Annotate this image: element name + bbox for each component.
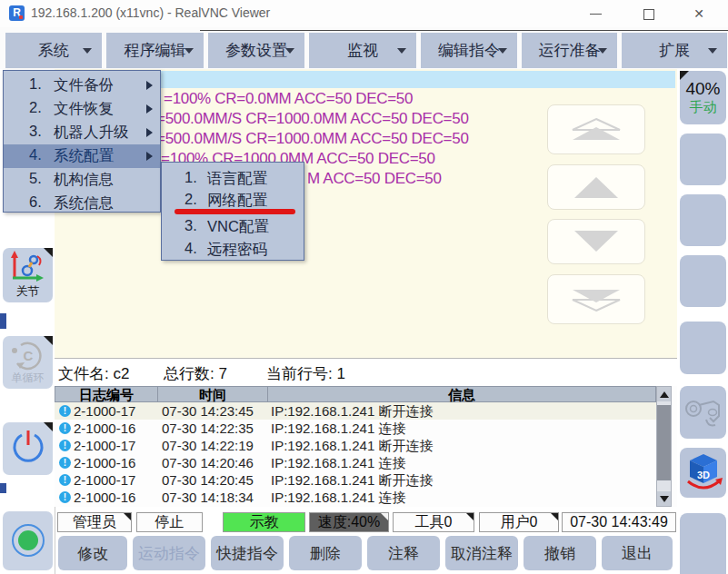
submenu-arrow-icon bbox=[146, 128, 153, 137]
corner-marker-icon bbox=[551, 513, 558, 520]
line-up-button[interactable] bbox=[547, 164, 645, 210]
status-speed[interactable]: 速度:40% bbox=[309, 512, 389, 532]
view-3d-button[interactable]: 3D bbox=[680, 448, 726, 498]
chevron-down-icon bbox=[184, 48, 194, 54]
right-toolbar-button[interactable] bbox=[680, 134, 726, 185]
delete-button[interactable]: 删除 bbox=[289, 536, 362, 570]
corner-marker-icon bbox=[124, 513, 131, 520]
power-icon bbox=[10, 429, 46, 469]
log-row[interactable]: ! 2-1000-16 07-30 14:20:46 IP:192.168.1.… bbox=[55, 454, 656, 471]
quick-instruction-button[interactable]: 快捷指令 bbox=[211, 536, 284, 570]
program-line: =100% CR=0.0MM ACC=50 DEC=50 bbox=[164, 90, 413, 108]
info-icon: ! bbox=[59, 457, 71, 469]
submenu-item-vnc-config[interactable]: 3. VNC配置 bbox=[162, 216, 304, 238]
status-clock: 07-30 14:43:49 bbox=[562, 512, 676, 532]
menu-run-prepare[interactable]: 运行准备 bbox=[522, 33, 617, 68]
edge-tab bbox=[0, 483, 6, 493]
double-arrow-up-icon bbox=[567, 116, 625, 144]
menu-parameters[interactable]: 参数设置 bbox=[208, 33, 304, 68]
scrollbar-thumb[interactable] bbox=[657, 405, 671, 480]
page-down-button[interactable] bbox=[547, 274, 645, 324]
corner-marker-icon bbox=[381, 513, 388, 520]
system-dropdown-menu: 1. 文件备份 2. 文件恢复 3. 机器人升级 4. 系统配置 5. 机构信息… bbox=[3, 70, 161, 213]
menu-monitor[interactable]: 监视 bbox=[309, 33, 416, 68]
handle-control-button[interactable] bbox=[680, 386, 726, 439]
submenu-arrow-icon bbox=[146, 152, 153, 161]
servo-enable-button[interactable] bbox=[3, 511, 53, 570]
log-row[interactable]: ! 2-1000-17 07-30 14:20:45 IP:192.168.1.… bbox=[55, 471, 656, 489]
submenu-item-language-config[interactable]: 1. 语言配置 bbox=[162, 168, 304, 190]
comment-button[interactable]: 注释 bbox=[367, 536, 440, 570]
menu-system[interactable]: 系统 bbox=[5, 33, 102, 68]
program-line: M ACC=50 DEC=50 bbox=[307, 170, 442, 188]
servo-status-icon bbox=[8, 520, 48, 560]
window-title: 192.168.1.200 (x11vnc) - RealVNC Viewer bbox=[31, 5, 270, 20]
log-row[interactable]: ! 2-1000-17 07-30 14:22:19 IP:192.168.1.… bbox=[55, 437, 656, 454]
red-highlight-underline bbox=[175, 209, 295, 214]
scroll-up-icon bbox=[660, 391, 669, 398]
program-line: =500.0MM/S CR=1000.0MM ACC=50 DEC=50 bbox=[156, 110, 469, 128]
status-mode-teach: 示教 bbox=[223, 512, 305, 532]
modify-button[interactable]: 修改 bbox=[58, 536, 127, 570]
motion-instruction-button[interactable]: 运动指令 bbox=[133, 536, 205, 570]
submenu-arrow-icon bbox=[146, 104, 153, 114]
chevron-down-icon bbox=[708, 48, 717, 54]
menu-item-mechanism-info[interactable]: 5. 机构信息 bbox=[4, 168, 160, 192]
chevron-down-icon bbox=[498, 48, 507, 54]
right-toolbar-button[interactable] bbox=[680, 513, 726, 574]
log-scrollbar[interactable] bbox=[656, 386, 672, 507]
power-button[interactable] bbox=[3, 422, 53, 475]
status-tool[interactable]: 工具0 bbox=[393, 512, 474, 532]
status-user-frame[interactable]: 用户0 bbox=[479, 512, 559, 532]
menu-program-edit[interactable]: 程序编辑 bbox=[106, 33, 204, 68]
menu-extension[interactable]: 扩展 bbox=[622, 33, 727, 68]
menu-edit-instruction[interactable]: 编辑指令 bbox=[421, 33, 517, 68]
submenu-item-remote-password[interactable]: 4. 远程密码 bbox=[162, 239, 304, 261]
line-down-button[interactable] bbox=[547, 219, 645, 264]
status-user-level[interactable]: 管理员 bbox=[57, 512, 132, 532]
chevron-down-icon bbox=[598, 48, 607, 54]
menu-item-file-backup[interactable]: 1. 文件备份 bbox=[4, 74, 160, 97]
minimize-button[interactable] bbox=[577, 0, 613, 27]
menu-item-system-config[interactable]: 4. 系统配置 bbox=[4, 144, 160, 168]
info-icon: ! bbox=[59, 422, 71, 434]
speed-mode-button[interactable]: 40% 手动 bbox=[680, 71, 726, 124]
single-cycle-button[interactable]: C 单循环 bbox=[3, 336, 53, 389]
maximize-button[interactable] bbox=[630, 0, 666, 27]
edge-tab bbox=[0, 313, 6, 329]
info-icon: ! bbox=[59, 405, 71, 417]
right-toolbar-button[interactable] bbox=[680, 322, 726, 374]
chevron-down-icon bbox=[397, 48, 406, 54]
log-row[interactable]: ! 2-1000-16 07-30 14:22:35 IP:192.168.1.… bbox=[55, 420, 656, 437]
uncomment-button[interactable]: 取消注释 bbox=[445, 536, 518, 570]
arrow-up-icon bbox=[567, 174, 625, 200]
scroll-up-button[interactable] bbox=[657, 387, 671, 401]
log-row[interactable]: ! 2-1000-17 07-30 14:23:45 IP:192.168.1.… bbox=[55, 402, 656, 420]
chevron-down-icon bbox=[285, 48, 294, 54]
gamepad-icon bbox=[683, 392, 724, 432]
mode-manual-label: 手动 bbox=[680, 99, 726, 116]
menu-item-file-restore[interactable]: 2. 文件恢复 bbox=[4, 97, 160, 121]
scroll-down-button[interactable] bbox=[657, 491, 671, 506]
single-cycle-label: 单循环 bbox=[3, 371, 53, 386]
maximize-icon bbox=[643, 9, 654, 20]
log-row[interactable]: ! 2-1000-16 07-30 14:18:34 IP:192.168.1.… bbox=[55, 489, 656, 506]
speed-value: 40% bbox=[680, 79, 726, 99]
right-toolbar-button[interactable] bbox=[680, 194, 726, 246]
close-button[interactable]: ✕ bbox=[681, 0, 717, 27]
log-table-header: 日志编号 时间 信息 bbox=[55, 386, 656, 402]
menu-item-robot-upgrade[interactable]: 3. 机器人升级 bbox=[4, 121, 160, 144]
info-icon: ! bbox=[59, 440, 71, 451]
right-toolbar-button[interactable] bbox=[680, 255, 726, 307]
cube-3d-icon: 3D bbox=[683, 450, 724, 494]
remote-frame-edge bbox=[200, 30, 728, 31]
scroll-down-icon bbox=[660, 496, 669, 502]
page-up-button[interactable] bbox=[547, 104, 645, 154]
info-icon: ! bbox=[59, 491, 71, 503]
status-run-state: 停止 bbox=[136, 512, 203, 532]
undo-button[interactable]: 撤销 bbox=[524, 536, 596, 570]
menu-item-system-info[interactable]: 6. 系统信息 bbox=[4, 192, 160, 215]
minimize-icon bbox=[590, 14, 602, 15]
exit-button[interactable]: 退出 bbox=[602, 536, 673, 570]
joint-coordinate-button[interactable]: 关节 bbox=[3, 248, 53, 302]
